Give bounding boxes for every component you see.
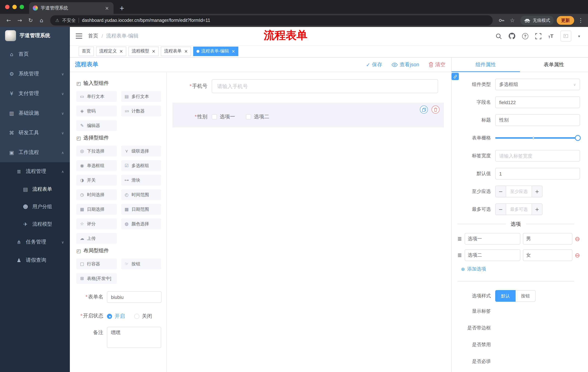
form-name-input[interactable] xyxy=(107,291,162,303)
option-2-label-input[interactable] xyxy=(464,249,520,261)
bookmark-star-icon[interactable]: ☆ xyxy=(507,15,517,25)
option-2-value-input[interactable] xyxy=(523,249,572,261)
url-text[interactable]: dashboard.yudao.iocoder.cn/bpm/manager/f… xyxy=(82,18,210,23)
checkbox-box[interactable] xyxy=(246,114,251,119)
component-counter[interactable]: 123计数器 xyxy=(121,106,161,117)
component-time-picker[interactable]: ◷时间选择 xyxy=(76,189,117,200)
style-default-button[interactable]: 默认 xyxy=(495,290,515,302)
checkbox-box[interactable] xyxy=(212,114,217,119)
tag-process-form-edit[interactable]: 流程表单-编辑 × xyxy=(193,46,238,56)
status-radio-off[interactable]: 关闭 xyxy=(134,313,152,319)
tag-close-icon[interactable]: × xyxy=(119,49,123,54)
window-zoom-button[interactable] xyxy=(20,5,24,9)
update-button[interactable]: 更新 xyxy=(557,16,574,25)
remove-option-button[interactable]: ⊖ xyxy=(575,235,580,242)
tag-close-icon[interactable]: × xyxy=(184,49,188,54)
phone-field-row[interactable]: *手机号 xyxy=(172,79,438,93)
tag-close-icon[interactable]: × xyxy=(231,49,235,54)
component-upload[interactable]: ☁上传 xyxy=(76,233,117,244)
form-grid-slider[interactable] xyxy=(495,132,580,144)
sidebar-item-payment[interactable]: ¥ 支付管理 ∨ xyxy=(0,84,70,103)
gender-option-2-checkbox[interactable]: 选项二 xyxy=(246,114,269,120)
component-editor[interactable]: ✎编辑器 xyxy=(76,120,117,131)
option-1-value-input[interactable] xyxy=(523,233,572,244)
component-multi-line-text[interactable]: ▤多行文本 xyxy=(121,91,161,102)
style-button-button[interactable]: 按钮 xyxy=(515,290,536,302)
copy-widget-button[interactable] xyxy=(420,106,428,114)
window-close-button[interactable] xyxy=(5,5,10,9)
component-color-picker[interactable]: ◍颜色选择 xyxy=(121,218,161,229)
window-minimize-button[interactable] xyxy=(12,5,17,9)
github-icon[interactable] xyxy=(509,33,515,39)
max-select-value[interactable]: 最多可选 xyxy=(506,204,532,215)
sidebar-item-system[interactable]: ⚙ 系统管理 ∨ xyxy=(0,64,70,84)
tag-process-model[interactable]: 流程模型 × xyxy=(128,46,159,56)
help-icon[interactable]: ? xyxy=(522,33,528,39)
tag-process-definition[interactable]: 流程定义 × xyxy=(96,46,126,56)
sidebar-item-process-form[interactable]: ▤ 流程表单 xyxy=(0,181,70,198)
gender-widget-selected[interactable]: *性别 选项一 选项二 xyxy=(172,103,444,128)
sidebar-item-user-group[interactable]: ☻ 用户分组 xyxy=(0,198,70,215)
view-json-button[interactable]: 查看json xyxy=(392,61,419,68)
status-radio-on[interactable]: 开启 xyxy=(107,313,125,319)
component-cascader[interactable]: ⋎级联选择 xyxy=(121,146,161,157)
slider-knob[interactable] xyxy=(575,135,581,141)
back-button[interactable]: ← xyxy=(4,15,14,25)
add-option-button[interactable]: ⊕ 添加选项 xyxy=(452,266,580,272)
component-type-select[interactable]: 多选框组 ∨ xyxy=(495,79,580,90)
user-avatar[interactable] xyxy=(560,31,571,42)
sidebar-item-home[interactable]: ⌂ 首页 xyxy=(0,44,70,64)
title-input[interactable] xyxy=(495,114,580,126)
sidebar-item-leave-query[interactable]: ♟ 请假查询 xyxy=(0,251,70,269)
reload-button[interactable]: ↻ xyxy=(25,15,36,25)
tag-home[interactable]: 首页 xyxy=(79,46,94,56)
breadcrumb-home[interactable]: 首页 xyxy=(88,33,98,39)
decrease-button[interactable]: − xyxy=(496,204,506,215)
tab-component-props[interactable]: 组件属性 xyxy=(452,57,520,72)
browser-menu-icon[interactable]: ⋮ xyxy=(577,17,584,24)
component-switch[interactable]: ◑开关 xyxy=(76,175,117,186)
tag-close-icon[interactable]: × xyxy=(152,49,155,54)
drawer-link-handle[interactable] xyxy=(452,73,459,80)
drag-handle-icon[interactable]: ≣ xyxy=(457,252,462,258)
field-name-input[interactable] xyxy=(495,96,580,108)
sidebar-item-infra[interactable]: ▥ 基础设施 ∨ xyxy=(0,103,70,123)
component-date-range[interactable]: ▩日期范围 xyxy=(121,204,161,215)
form-remark-textarea[interactable]: 嘿嘿 xyxy=(107,327,161,348)
tag-process-form[interactable]: 流程表单 × xyxy=(161,46,191,56)
clear-button[interactable]: 清空 xyxy=(429,61,445,68)
gender-option-1-checkbox[interactable]: 选项一 xyxy=(212,114,235,120)
tab-close-icon[interactable]: × xyxy=(104,5,110,11)
sidebar-item-task-mgmt[interactable]: ⋔ 任务管理 ∨ xyxy=(0,233,70,251)
forward-button[interactable]: → xyxy=(15,15,25,25)
increase-button[interactable]: + xyxy=(532,186,542,197)
fullscreen-icon[interactable] xyxy=(535,33,541,39)
sidebar-item-process-mgmt[interactable]: ≣ 流程管理 ∧ xyxy=(0,162,70,181)
component-checkbox-group[interactable]: ☑多选框组 xyxy=(121,160,161,171)
component-slider[interactable]: ⊶滑块 xyxy=(121,175,161,186)
form-canvas[interactable]: *手机号 xyxy=(167,72,451,372)
sidebar-item-process-model[interactable]: ✈ 流程模型 xyxy=(0,215,70,233)
home-button[interactable]: ⌂ xyxy=(36,15,47,25)
phone-input[interactable] xyxy=(212,79,438,93)
component-button[interactable]: ☞按钮 xyxy=(121,258,161,269)
save-button[interactable]: ✓ 保存 xyxy=(366,61,382,68)
slider-rail[interactable] xyxy=(495,137,578,139)
component-select[interactable]: ◎下拉选择 xyxy=(76,146,117,157)
component-radio-group[interactable]: ◉单选框组 xyxy=(76,160,117,171)
address-bar[interactable]: ⚠ 不安全 dashboard.yudao.iocoder.cn/bpm/man… xyxy=(50,15,493,25)
component-table[interactable]: ⊞表格[开发中] xyxy=(76,273,117,284)
font-size-icon[interactable]: TT xyxy=(548,33,553,39)
component-password[interactable]: ◈密码 xyxy=(76,106,117,117)
component-time-range[interactable]: ◴时间范围 xyxy=(121,189,161,200)
min-select-value[interactable]: 至少应选 xyxy=(506,186,532,197)
security-label[interactable]: 不安全 xyxy=(62,17,76,23)
delete-widget-button[interactable] xyxy=(431,106,440,114)
password-key-icon[interactable] xyxy=(496,15,506,25)
component-single-line-text[interactable]: ▭单行文本 xyxy=(76,91,117,102)
sidebar-item-devtools[interactable]: ⌘ 研发工具 ∨ xyxy=(0,123,70,143)
label-width-input[interactable] xyxy=(495,150,580,162)
search-icon[interactable] xyxy=(496,33,502,39)
increase-button[interactable]: + xyxy=(532,204,542,215)
component-row-container[interactable]: ▢行容器 xyxy=(76,258,117,269)
